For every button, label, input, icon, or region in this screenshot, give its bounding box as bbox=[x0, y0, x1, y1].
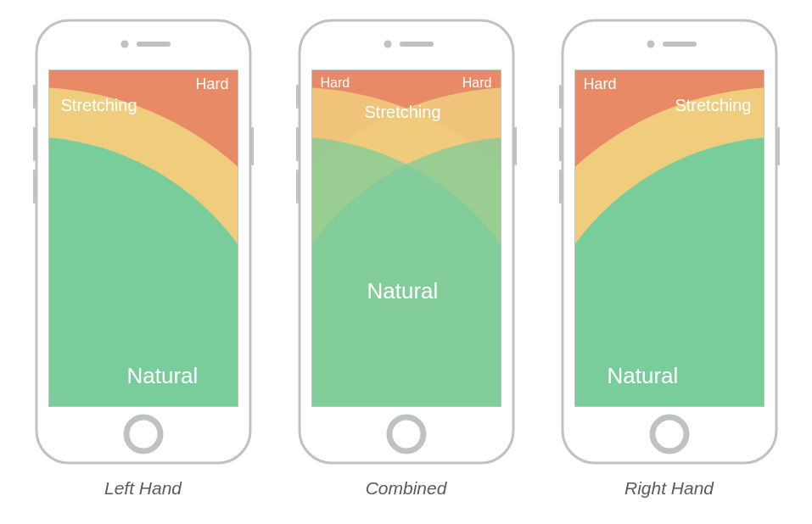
panel-right-hand: Hard Stretching Natural Right Hand bbox=[559, 17, 780, 499]
phone-left: Hard Stretching Natural bbox=[33, 17, 254, 466]
svg-rect-2 bbox=[137, 42, 171, 47]
svg-rect-13 bbox=[296, 127, 299, 161]
svg-rect-5 bbox=[33, 127, 36, 161]
svg-rect-10 bbox=[400, 42, 434, 47]
panel-combined: Hard Hard Stretching Natural Combined bbox=[296, 17, 517, 499]
label-stretching-left: Stretching bbox=[61, 96, 137, 115]
svg-rect-22 bbox=[559, 170, 562, 203]
svg-rect-23 bbox=[777, 127, 780, 165]
label-natural-left: Natural bbox=[127, 363, 199, 389]
svg-rect-20 bbox=[559, 85, 562, 109]
label-natural-right: Natural bbox=[608, 363, 679, 389]
svg-point-11 bbox=[389, 417, 423, 451]
panel-left-hand: Hard Stretching Natural Left Hand bbox=[33, 17, 254, 499]
svg-rect-21 bbox=[559, 127, 562, 161]
screen-right: Hard Stretching Natural bbox=[574, 70, 764, 407]
caption-left: Left Hand bbox=[104, 478, 182, 499]
svg-rect-14 bbox=[296, 170, 299, 203]
label-hard-right: Hard bbox=[584, 75, 617, 93]
caption-combined: Combined bbox=[366, 478, 447, 499]
svg-rect-18 bbox=[663, 42, 697, 47]
label-hard-combined-l: Hard bbox=[321, 75, 350, 91]
label-stretching-right: Stretching bbox=[675, 96, 751, 115]
screen-left: Hard Stretching Natural bbox=[48, 70, 238, 407]
svg-point-19 bbox=[652, 417, 686, 451]
svg-rect-15 bbox=[514, 127, 517, 165]
caption-right: Right Hand bbox=[624, 478, 714, 499]
label-stretching-combined: Stretching bbox=[365, 103, 441, 122]
svg-point-9 bbox=[384, 41, 391, 48]
phone-combined: Hard Hard Stretching Natural bbox=[296, 17, 517, 466]
svg-point-1 bbox=[120, 41, 128, 48]
label-hard-left: Hard bbox=[195, 75, 228, 93]
svg-point-17 bbox=[647, 41, 654, 48]
svg-rect-7 bbox=[251, 127, 254, 165]
label-hard-combined-r: Hard bbox=[462, 75, 492, 91]
label-natural-combined: Natural bbox=[367, 278, 439, 304]
svg-rect-12 bbox=[296, 85, 299, 109]
svg-rect-6 bbox=[33, 170, 36, 203]
phone-right: Hard Stretching Natural bbox=[559, 17, 780, 466]
svg-rect-4 bbox=[33, 85, 36, 109]
svg-point-3 bbox=[126, 417, 160, 451]
screen-combined: Hard Hard Stretching Natural bbox=[311, 70, 501, 407]
